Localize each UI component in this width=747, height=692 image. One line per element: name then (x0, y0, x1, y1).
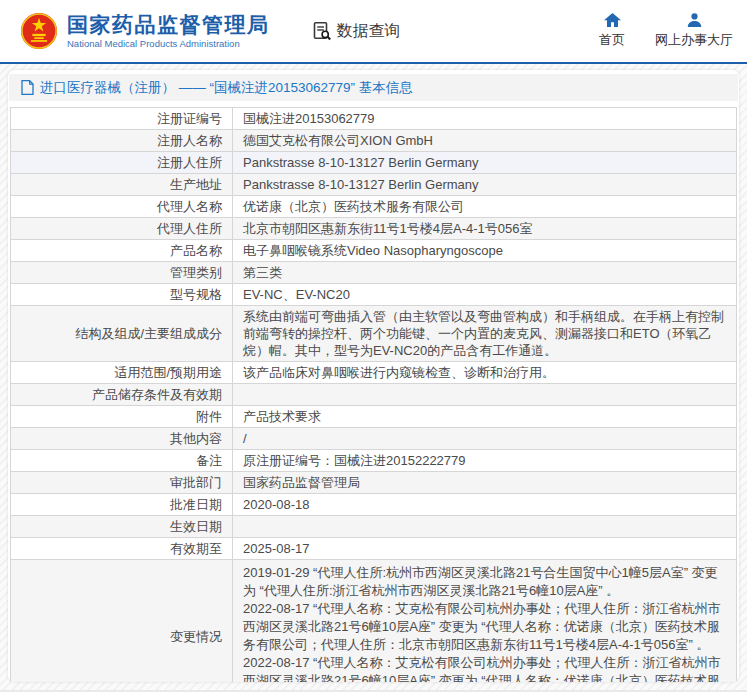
row-value: 德国艾克松有限公司XION GmbH (233, 130, 737, 152)
row-label: 管理类别 (11, 262, 233, 284)
row-value: 2020-08-18 (233, 494, 737, 516)
table-row: 有效期至 2025-08-17 (11, 538, 737, 560)
table-row: 管理类别 第三类 (11, 262, 737, 284)
agency-name-en: National Medical Products Administration (67, 39, 270, 49)
data-query-menu[interactable]: 数据查询 (312, 21, 401, 42)
page-background: 进口医疗器械（注册） —— “国械注进20153062779” 基本信息 注册证… (0, 64, 747, 690)
nav-service-label: 网上办事大厅 (655, 31, 733, 49)
row-label: 审批部门 (11, 472, 233, 494)
row-value (233, 516, 737, 538)
row-label: 产品名称 (11, 240, 233, 262)
info-table: 注册证编号 国械注进20153062779 注册人名称 德国艾克松有限公司XIO… (10, 107, 737, 682)
row-label: 注册人住所 (11, 152, 233, 174)
document-search-icon (312, 21, 332, 41)
table-row: 附件 产品技术要求 (11, 406, 737, 428)
table-row: 注册人名称 德国艾克松有限公司XION GmbH (11, 130, 737, 152)
row-value: 该产品临床对鼻咽喉进行内窥镜检查、诊断和治疗用。 (233, 362, 737, 384)
table-row: 批准日期 2020-08-18 (11, 494, 737, 516)
home-icon (604, 13, 621, 27)
row-label: 注册证编号 (11, 108, 233, 130)
table-row: 注册证编号 国械注进20153062779 (11, 108, 737, 130)
row-label: 产品储存条件及有效期 (11, 384, 233, 406)
row-label: 注册人名称 (11, 130, 233, 152)
table-row: 注册人住所 Pankstrasse 8-10-13127 Berlin Germ… (11, 152, 737, 174)
row-value: 2019-01-29 “代理人住所:杭州市西湖区灵溪北路21号合生国贸中心1幢5… (233, 560, 737, 683)
table-row: 适用范围/预期用途 该产品临床对鼻咽喉进行内窥镜检查、诊断和治疗用。 (11, 362, 737, 384)
row-label: 适用范围/预期用途 (11, 362, 233, 384)
row-value: 原注册证编号：国械注进20152222779 (233, 450, 737, 472)
nav-home-label: 首页 (599, 31, 625, 49)
table-row: 其他内容 / (11, 428, 737, 450)
row-value (233, 384, 737, 406)
table-row: 代理人名称 优诺康（北京）医药技术服务有限公司 (11, 196, 737, 218)
row-value: Pankstrasse 8-10-13127 Berlin Germany (233, 174, 737, 196)
table-row: 产品储存条件及有效期 (11, 384, 737, 406)
info-table-body: 注册证编号 国械注进20153062779 注册人名称 德国艾克松有限公司XIO… (11, 108, 737, 683)
row-value: 电子鼻咽喉镜系统Video Nasopharyngoscope (233, 240, 737, 262)
row-label: 代理人名称 (11, 196, 233, 218)
agency-name-cn: 国家药品监督管理局 (67, 13, 270, 36)
row-label: 有效期至 (11, 538, 233, 560)
row-value: 优诺康（北京）医药技术服务有限公司 (233, 196, 737, 218)
table-row: 代理人住所 北京市朝阳区惠新东街11号1号楼4层A-4-1号056室 (11, 218, 737, 240)
row-label: 变更情况 (11, 560, 233, 683)
data-query-label: 数据查询 (337, 21, 401, 42)
row-value: 系统由前端可弯曲插入管（由主软管以及弯曲管构成）和手柄组成。在手柄上有控制前端弯… (233, 306, 737, 362)
row-value: / (233, 428, 737, 450)
table-row: 型号规格 EV-NC、EV-NC20 (11, 284, 737, 306)
row-label: 生效日期 (11, 516, 233, 538)
row-label: 备注 (11, 450, 233, 472)
table-row: 生效日期 (11, 516, 737, 538)
nav-home[interactable]: 首页 (599, 13, 625, 49)
table-row: 结构及组成/主要组成成分 系统由前端可弯曲插入管（由主软管以及弯曲管构成）和手柄… (11, 306, 737, 362)
content-panel: 进口医疗器械（注册） —— “国械注进20153062779” 基本信息 注册证… (8, 70, 739, 682)
table-row: 备注 原注册证编号：国械注进20152222779 (11, 450, 737, 472)
row-label: 代理人住所 (11, 218, 233, 240)
table-row: 变更情况 2019-01-29 “代理人住所:杭州市西湖区灵溪北路21号合生国贸… (11, 560, 737, 683)
row-value: 国家药品监督管理局 (233, 472, 737, 494)
row-label: 型号规格 (11, 284, 233, 306)
row-value: Pankstrasse 8-10-13127 Berlin Germany (233, 152, 737, 174)
row-value: 2025-08-17 (233, 538, 737, 560)
row-label: 其他内容 (11, 428, 233, 450)
row-value: 国械注进20153062779 (233, 108, 737, 130)
table-row: 产品名称 电子鼻咽喉镜系统Video Nasopharyngoscope (11, 240, 737, 262)
top-nav: 首页 网上办事大厅 (599, 13, 733, 49)
table-row: 生产地址 Pankstrasse 8-10-13127 Berlin Germa… (11, 174, 737, 196)
agency-logo: 国家药品监督管理局 National Medical Products Admi… (20, 12, 270, 50)
document-icon (21, 80, 34, 95)
person-icon (687, 13, 702, 27)
row-value: 第三类 (233, 262, 737, 284)
row-label: 附件 (11, 406, 233, 428)
site-header: 国家药品监督管理局 National Medical Products Admi… (0, 0, 747, 64)
breadcrumb: 进口医疗器械（注册） —— “国械注进20153062779” 基本信息 (9, 74, 738, 101)
breadcrumb-text: 进口医疗器械（注册） —— “国械注进20153062779” 基本信息 (40, 79, 413, 97)
table-row: 审批部门 国家药品监督管理局 (11, 472, 737, 494)
row-value: EV-NC、EV-NC20 (233, 284, 737, 306)
row-value: 北京市朝阳区惠新东街11号1号楼4层A-4-1号056室 (233, 218, 737, 240)
row-value: 产品技术要求 (233, 406, 737, 428)
row-label: 批准日期 (11, 494, 233, 516)
row-label: 生产地址 (11, 174, 233, 196)
national-emblem-icon (20, 12, 58, 50)
nav-service-hall[interactable]: 网上办事大厅 (655, 13, 733, 49)
row-label: 结构及组成/主要组成成分 (11, 306, 233, 362)
